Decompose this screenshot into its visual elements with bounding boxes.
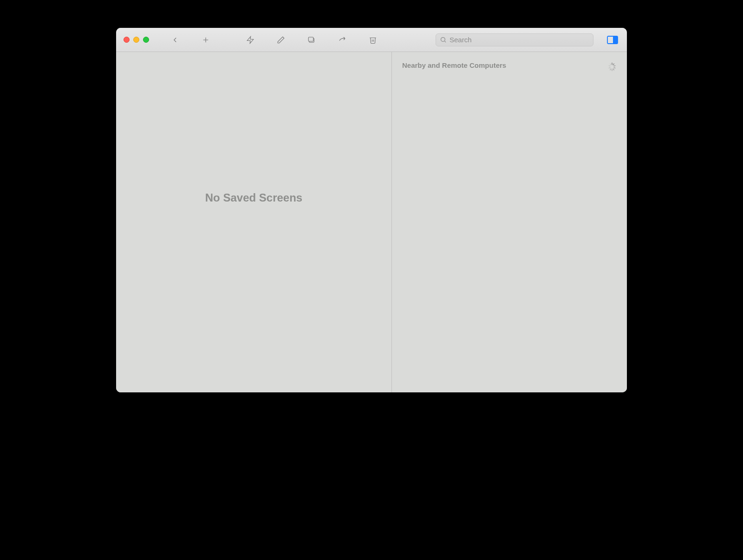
saved-screens-pane: No Saved Screens xyxy=(116,52,392,392)
minimize-window-button[interactable] xyxy=(133,37,139,43)
svg-point-7 xyxy=(441,38,445,42)
titlebar xyxy=(116,28,627,52)
back-button[interactable] xyxy=(166,33,184,47)
loading-spinner xyxy=(607,62,617,72)
svg-line-12 xyxy=(613,64,614,65)
window-controls xyxy=(124,37,149,43)
content-area: No Saved Screens Nearby and Remote Compu… xyxy=(116,52,627,392)
search-container xyxy=(395,33,593,46)
share-icon xyxy=(338,36,346,44)
svg-line-19 xyxy=(609,66,610,66)
fullscreen-window-button[interactable] xyxy=(143,37,149,43)
svg-line-18 xyxy=(609,68,610,68)
svg-rect-10 xyxy=(613,36,618,44)
quick-connect-button[interactable] xyxy=(241,33,260,47)
search-icon xyxy=(440,36,447,43)
svg-rect-4 xyxy=(308,37,313,41)
computers-pane: Nearby and Remote Computers xyxy=(392,52,627,392)
close-window-button[interactable] xyxy=(124,37,130,43)
svg-marker-2 xyxy=(247,36,254,43)
sidebar-icon xyxy=(607,36,618,44)
add-button[interactable] xyxy=(196,33,215,47)
edit-button[interactable] xyxy=(272,33,290,47)
search-field[interactable] xyxy=(436,33,593,46)
search-input[interactable] xyxy=(450,36,589,44)
svg-line-15 xyxy=(613,69,614,70)
svg-line-14 xyxy=(614,68,615,68)
svg-line-13 xyxy=(614,66,615,66)
pencil-icon xyxy=(277,36,285,44)
window-icon xyxy=(307,36,316,44)
lightning-icon xyxy=(246,36,254,44)
chevron-left-icon xyxy=(171,36,179,44)
section-header: Nearby and Remote Computers xyxy=(402,61,617,69)
delete-button[interactable] xyxy=(364,33,382,47)
window-button[interactable] xyxy=(302,33,321,47)
svg-line-20 xyxy=(610,64,611,65)
spinner-icon xyxy=(607,62,617,72)
plus-icon xyxy=(202,36,210,44)
trash-icon xyxy=(369,36,377,44)
svg-line-8 xyxy=(444,41,446,42)
svg-line-17 xyxy=(610,69,611,70)
toolbar xyxy=(166,33,382,47)
sidebar-toggle-button[interactable] xyxy=(606,34,619,46)
empty-state-label: No Saved Screens xyxy=(205,191,302,204)
app-window: No Saved Screens Nearby and Remote Compu… xyxy=(116,28,627,392)
share-button[interactable] xyxy=(333,33,352,47)
